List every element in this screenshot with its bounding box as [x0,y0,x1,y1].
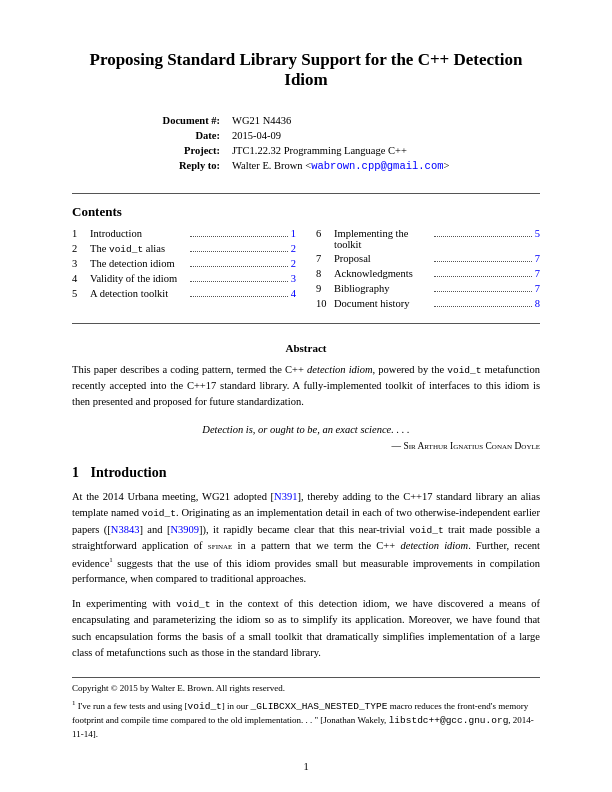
meta-table: Document #: WG21 N4436 Date: 2015-04-09 … [157,112,456,175]
toc-item-6: 6 Implementing the toolkit 5 [316,228,540,250]
section1-para1: At the 2014 Urbana meeting, WG21 adopted… [72,489,540,588]
contents-left-col: 1 Introduction 1 2 The void_t alias 2 3 … [72,228,296,313]
doc-value: WG21 N4436 [226,114,453,127]
toc-item-9: 9 Bibliography 7 [316,283,540,295]
reply-label: Reply to: [159,159,224,173]
quote-attribution: — Sir Arthur Ignatius Conan Doyle [72,441,540,451]
section1-para2: In experimenting with void_t in the cont… [72,596,540,662]
section1-title: 1 Introduction [72,465,540,481]
divider-top [72,193,540,194]
quote-block: Detection is, or ought to be, an exact s… [72,424,540,435]
toc-item-7: 7 Proposal 7 [316,253,540,265]
date-label: Date: [159,129,224,142]
doc-label: Document #: [159,114,224,127]
toc-item-2: 2 The void_t alias 2 [72,243,296,255]
toc-item-4: 4 Validity of the idiom 3 [72,273,296,285]
toc-item-8: 8 Acknowledgments 7 [316,268,540,280]
abstract-section: Abstract This paper describes a coding p… [72,342,540,410]
contents-grid: 1 Introduction 1 2 The void_t alias 2 3 … [72,228,540,313]
contents-right-col: 6 Implementing the toolkit 5 7 Proposal … [316,228,540,313]
footnote-1: 1 I've run a few tests and using [void_t… [72,698,540,741]
contents-section: Contents 1 Introduction 1 2 The void_t a… [72,204,540,313]
footnotes: Copyright © 2015 by Walter E. Brown. All… [72,677,540,741]
toc-item-5: 5 A detection toolkit 4 [72,288,296,300]
contents-title: Contents [72,204,540,220]
copyright-notice: Copyright © 2015 by Walter E. Brown. All… [72,682,540,695]
project-label: Project: [159,144,224,157]
page-number: 1 [72,761,540,772]
toc-item-10: 10 Document history 8 [316,298,540,310]
reply-value: Walter E. Brown <wabrown.cpp@gmail.com> [226,159,453,173]
project-value: JTC1.22.32 Programming Language C++ [226,144,453,157]
toc-item-3: 3 The detection idiom 2 [72,258,296,270]
divider-middle [72,323,540,324]
date-value: 2015-04-09 [226,129,453,142]
toc-item-1: 1 Introduction 1 [72,228,296,240]
abstract-body: This paper describes a coding pattern, t… [72,362,540,410]
page-title: Proposing Standard Library Support for t… [72,50,540,90]
abstract-title: Abstract [72,342,540,354]
